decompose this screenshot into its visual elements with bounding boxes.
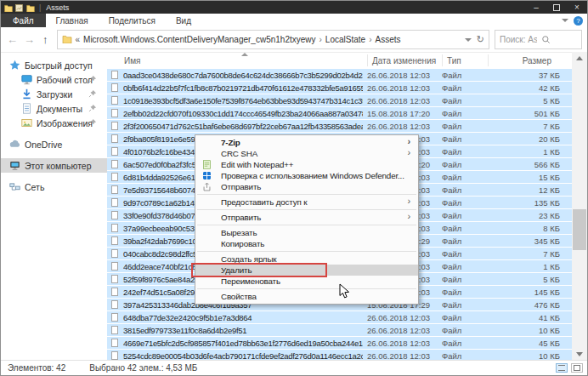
share-icon	[202, 182, 212, 191]
column-header-type[interactable]: Тип	[443, 54, 489, 66]
computer-icon	[9, 160, 20, 171]
desktop-icon	[21, 74, 32, 85]
menu-item-7-zip[interactable]: 7-Zip›	[195, 137, 418, 148]
ribbon-expand-icon[interactable]	[562, 19, 568, 22]
tab-share[interactable]: Поделиться	[99, 14, 166, 27]
sidebar-item-cloud[interactable]: OneDrive	[1, 137, 107, 151]
sidebar-item-desktop[interactable]: Рабочий стол	[1, 72, 107, 87]
scroll-up-icon[interactable]	[572, 52, 587, 65]
sidebar-item-label: Загрузки	[37, 89, 72, 100]
file-row[interactable]: 3815edf979733e11f0c8a6d4b2e9f5126.06.201…	[107, 324, 572, 337]
breadcrumb-overflow[interactable]: «	[76, 35, 81, 44]
file-size: 10 КБ	[483, 326, 572, 335]
sidebar-item-network[interactable]: Сеть	[1, 179, 107, 194]
file-row[interactable]: 4669e71e5bfc2d5cf985857f401ed78bb63e1f27…	[107, 337, 572, 350]
menu-item-crc-sha[interactable]: CRC SHA›	[195, 148, 418, 159]
menu-item-label: Копировать	[221, 239, 264, 248]
file-icon	[111, 83, 118, 92]
file-name: 4669e71e5bfc2d5cf985857f401ed78bb63e1f27…	[123, 339, 363, 348]
column-header-date[interactable]: Дата изменения	[368, 54, 443, 66]
sidebar-item-computer[interactable]: Этот компьютер	[1, 158, 107, 173]
tab-view[interactable]: Вид	[166, 14, 201, 27]
help-icon[interactable]: ?	[574, 16, 583, 26]
file-icon	[111, 224, 118, 232]
file-row[interactable]: 0bfb6f414d22b5f7fc1fb8c87b0219721db470f6…	[107, 82, 572, 94]
column-header-size[interactable]: Размер	[489, 54, 572, 66]
search-box[interactable]: Поиск: Assets	[495, 30, 582, 49]
file-size: 145 КБ	[483, 288, 572, 297]
file-icon	[111, 211, 118, 219]
file-row[interactable]: 2efbb02d22cfd070f109330c1dd174ccc46549fb…	[107, 107, 572, 120]
sidebar-item-picture[interactable]: Изображения	[1, 116, 107, 130]
sidebar-item-label: Рабочий стол	[37, 75, 93, 85]
menu-item-копировать[interactable]: Копировать	[195, 238, 418, 249]
menu-item-edit-with-notepad++[interactable]: Edit with Notepad++	[195, 159, 418, 170]
tab-file[interactable]: Файл	[1, 14, 46, 27]
breadcrumb-segment-1[interactable]: Microsoft.Windows.ContentDeliveryManager…	[83, 35, 315, 44]
minimize-button[interactable]: –	[526, 1, 546, 14]
file-type: Файл	[438, 236, 483, 246]
menu-item-свойства[interactable]: Свойства	[195, 291, 418, 302]
file-size: 8 КБ	[483, 224, 572, 233]
file-date: 26.06.2018 12:03	[363, 351, 438, 361]
address-dropdown-icon[interactable]	[465, 38, 472, 42]
submenu-arrow-icon: ›	[407, 148, 410, 157]
menu-item-label: Переименовать	[221, 276, 280, 286]
file-row[interactable]: 648dba77de32e2420c9f5b1e7a3d86426.06.201…	[107, 311, 572, 324]
file-icon	[111, 262, 118, 271]
qa-properties-icon[interactable]	[15, 4, 24, 11]
details-view-button[interactable]	[556, 363, 568, 373]
file-row[interactable]: 1c0918e393bcf5df3a6e150fe7539f8764eb63bb…	[107, 94, 572, 107]
qa-newfolder-icon[interactable]	[26, 4, 35, 11]
sidebar-item-document[interactable]: Документы	[1, 101, 107, 116]
sidebar-item-download[interactable]: Загрузки	[1, 87, 107, 101]
menu-item-label: Edit with Notepad++	[221, 160, 293, 169]
menu-separator	[197, 288, 416, 289]
ribbon-tab-row: Файл Главная Поделиться Вид ?	[1, 14, 587, 27]
file-name: 0bfb6f414d22b5f7fc1fb8c87b0219721db470f6…	[123, 83, 363, 93]
status-bar: Элементов: 42 Выбрано 42 элем.: 4,53 МБ	[1, 360, 587, 375]
menu-item-переименовать[interactable]: Переименовать	[195, 276, 418, 287]
file-size: 15 КБ	[483, 173, 572, 182]
forward-button[interactable]: →	[24, 34, 35, 45]
sidebar-item-label: Этот компьютер	[25, 161, 92, 171]
column-headers: Имя Дата изменения Тип Размер	[107, 52, 572, 69]
vertical-scrollbar[interactable]	[572, 52, 587, 361]
file-icon	[111, 275, 118, 283]
refresh-icon[interactable]: ↻	[477, 34, 484, 45]
file-type: Файл	[438, 134, 483, 144]
file-type: Файл	[438, 275, 483, 284]
file-type: Файл	[438, 185, 483, 195]
icons-view-button[interactable]	[571, 363, 583, 373]
close-button[interactable]: ×	[567, 1, 587, 14]
breadcrumb-separator: ›	[369, 35, 371, 44]
menu-separator	[197, 251, 416, 252]
menu-item-проверка-с-использованием-windows-defender-[interactable]: Проверка с использованием Windows Defend…	[195, 170, 418, 181]
search-icon[interactable]	[537, 35, 579, 44]
menu-item-отправить[interactable]: Отправить›	[195, 212, 418, 223]
maximize-button[interactable]	[546, 1, 567, 14]
file-type: Файл	[438, 351, 483, 361]
menu-item-отправить[interactable]: Отправить	[195, 181, 418, 192]
column-header-name[interactable]: Имя	[107, 54, 368, 66]
menu-item-вырезать[interactable]: Вырезать	[195, 227, 418, 238]
scrollbar-thumb[interactable]	[573, 209, 586, 250]
sidebar-item-star[interactable]: Быстрый доступ	[1, 58, 107, 72]
file-type: Файл	[438, 300, 483, 310]
title-bar: | Assets – ×	[1, 1, 587, 14]
file-icon	[111, 134, 118, 143]
file-row[interactable]: 0aad3ce0438de680c7da7600b8de64c624dc3866…	[107, 69, 572, 82]
tab-home[interactable]: Главная	[46, 14, 99, 27]
back-button[interactable]: ←	[7, 34, 18, 45]
breadcrumb-segment-3[interactable]: Assets	[375, 35, 400, 44]
window-controls: – ×	[526, 1, 587, 14]
up-button[interactable]: ↑	[42, 34, 48, 45]
address-bar[interactable]: « Microsoft.Windows.ContentDeliveryManag…	[57, 30, 490, 49]
file-size: 23 КБ	[483, 211, 572, 220]
menu-item-удалить[interactable]: Удалить	[195, 265, 418, 276]
scroll-down-icon[interactable]	[572, 348, 587, 361]
menu-item-предоставить-доступ-к[interactable]: Предоставить доступ к›	[195, 197, 418, 208]
file-row[interactable]: 2f3f200650471d762c51baf6ebe68d697bf22ceb…	[107, 120, 572, 133]
menu-item-создать-ярлык[interactable]: Создать ярлык	[195, 254, 418, 265]
breadcrumb-segment-2[interactable]: LocalState	[325, 35, 365, 44]
